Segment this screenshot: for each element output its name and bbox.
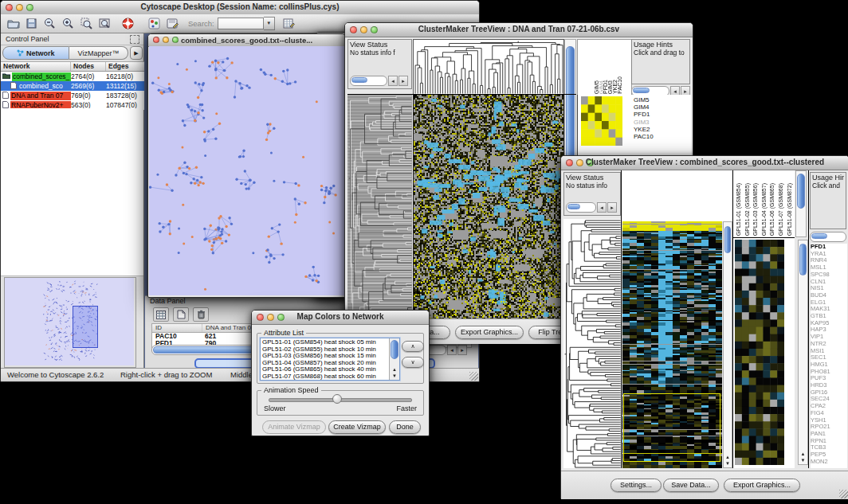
column-dendrogram-canvas[interactable]	[413, 39, 564, 95]
gene-label[interactable]: PUF3	[811, 375, 847, 382]
scrollbar-thumb[interactable]	[811, 233, 827, 239]
scrollbar-thumb[interactable]	[633, 88, 650, 93]
animate-vizmap-button[interactable]: Animate Vizmap	[262, 420, 326, 434]
network1-canvas[interactable]	[149, 46, 344, 295]
network-table-row[interactable]: combined_sco2569(6)13112(15)	[1, 81, 144, 91]
column-label[interactable]: GPL51-03 (GSM856)	[752, 183, 758, 236]
treeview1-titlebar[interactable]: ClusterMaker TreeView : DNA and Tran 07-…	[345, 23, 693, 37]
new-attribute-icon[interactable]	[173, 307, 189, 322]
network-table-row[interactable]: DNA and Tran 07769(0)183728(0)	[1, 91, 144, 100]
column-label[interactable]: PAC10	[617, 76, 622, 94]
save-data-button[interactable]: Save Data...	[663, 479, 719, 492]
gene-label[interactable]: NTR2	[811, 341, 847, 348]
column-label[interactable]: GPL51-02 (GSM855)	[744, 183, 750, 236]
listbox-vscrollbar[interactable]: ▲ ▼	[389, 338, 399, 380]
zoom-heatmap-canvas[interactable]	[735, 240, 784, 465]
move-up-button[interactable]: ∧	[402, 341, 424, 352]
tab-overflow-arrow[interactable]: ▶	[130, 46, 143, 60]
birdseye-view[interactable]	[4, 277, 136, 368]
export-graphics-button[interactable]: Export Graphics...	[455, 326, 524, 339]
network-table-row[interactable]: combined_scores_2764(0)16218(0)	[1, 72, 144, 81]
row-label[interactable]: GIM3	[634, 119, 681, 126]
zoom-out-icon[interactable]	[42, 16, 57, 31]
search-input[interactable]	[218, 18, 264, 29]
scrollbar-thumb[interactable]	[797, 174, 805, 209]
gene-label[interactable]: HAP3	[811, 326, 847, 334]
zoom-vscrollbar[interactable]: ▲ ▼	[798, 240, 808, 465]
attribute-list-item[interactable]: GPL51-07 (GSM868) heat shock 60 min	[262, 373, 389, 381]
help-lifebuoy-icon[interactable]	[120, 16, 135, 31]
labels-vscrollbar[interactable]	[795, 170, 807, 237]
gene-label[interactable]: BUD4	[811, 292, 847, 299]
create-vizmap-button[interactable]: Create Vizmap	[328, 420, 386, 434]
gene-label[interactable]: GTB1	[811, 313, 847, 320]
gene-label[interactable]: ELG1	[811, 299, 847, 307]
column-label[interactable]: GPL51-07 (GSM868)	[778, 183, 783, 236]
gene-label[interactable]: SEC24	[811, 396, 847, 403]
import-annotation-icon[interactable]	[165, 16, 180, 31]
move-down-button[interactable]: ∨	[402, 357, 424, 368]
row-dendrogram-canvas[interactable]	[563, 219, 621, 468]
scroll-down-arrow[interactable]: ▼	[799, 458, 807, 463]
mini-hscrollbar[interactable]	[810, 232, 846, 242]
global-heatmap-canvas[interactable]	[622, 221, 722, 468]
birdseye-canvas[interactable]	[5, 278, 134, 365]
scroll-up-arrow[interactable]: ▲	[799, 451, 807, 457]
mini-hscrollbar[interactable]: ◂ ▸	[350, 76, 408, 86]
gene-label[interactable]: CPA2	[811, 403, 847, 410]
scrollbar-thumb[interactable]	[799, 244, 807, 275]
scrollbar-thumb[interactable]	[566, 46, 575, 174]
gene-label[interactable]: NIS1	[811, 285, 847, 292]
zoom-selected-icon[interactable]	[79, 16, 94, 31]
settings-button[interactable]: Settings...	[610, 479, 662, 492]
gene-label[interactable]: RNR4	[811, 257, 847, 264]
scroll-up-arrow[interactable]: ▲	[390, 367, 399, 373]
gene-label[interactable]: SEC1	[811, 354, 847, 361]
network1-titlebar[interactable]: combined_scores_good.txt--cluste...	[148, 34, 345, 47]
gene-label[interactable]: RPN1	[811, 438, 847, 445]
row-label[interactable]: YKE2	[634, 126, 681, 133]
gene-label[interactable]: PHO81	[811, 369, 847, 376]
treeview2-titlebar[interactable]: ClusterMaker TreeView : combined_scores_…	[561, 156, 848, 170]
gene-label[interactable]: RPO21	[811, 424, 847, 431]
zoom-in-icon[interactable]	[61, 16, 76, 31]
scrollbar-thumb[interactable]	[391, 340, 398, 359]
gene-label[interactable]: GPI16	[811, 389, 847, 397]
scroll-left-arrow[interactable]: ◂	[597, 202, 607, 213]
gene-label[interactable]: VIP1	[811, 334, 847, 341]
scrollbar-track[interactable]	[350, 76, 387, 86]
row-label[interactable]: GIM5	[634, 96, 681, 104]
scroll-right-arrow[interactable]: ▸	[457, 345, 467, 355]
gene-label[interactable]: FIG4	[811, 410, 847, 417]
gene-label-list[interactable]: PFD1YRA1RNR4MSL1SPC98CLN1NIS1BUD4ELG1MAK…	[811, 244, 847, 468]
scroll-up-arrow[interactable]: ▲	[724, 455, 732, 460]
scrollbar-thumb[interactable]	[567, 204, 580, 209]
row-label[interactable]: PAC10	[634, 133, 681, 140]
gene-label[interactable]: PEP5	[811, 451, 847, 459]
scrollbar-thumb[interactable]	[351, 77, 367, 83]
gene-label[interactable]: PAN1	[811, 431, 847, 438]
gene-label[interactable]: YRA1	[811, 251, 847, 258]
column-label[interactable]: GPL51-06 (GSM865)	[769, 183, 775, 236]
scrollbar-thumb[interactable]	[724, 226, 731, 253]
delete-attribute-icon[interactable]	[193, 307, 209, 322]
save-icon[interactable]	[24, 16, 39, 31]
gene-label[interactable]: YSH1	[811, 417, 847, 424]
float-panel-icon[interactable]	[130, 35, 139, 44]
global-heatmap-canvas[interactable]	[413, 95, 564, 318]
column-label[interactable]: GPL51-04 (GSM857)	[761, 183, 767, 236]
main-titlebar[interactable]: Cytoscape Desktop (Session Name: collins…	[1, 1, 479, 15]
scroll-down-arrow[interactable]: ▼	[390, 373, 399, 379]
gene-label[interactable]: MAK31	[811, 306, 847, 313]
zoom-heatmap-canvas[interactable]	[581, 96, 622, 146]
row-label[interactable]: GIM4	[634, 104, 681, 111]
dialog-titlebar[interactable]: Map Colors to Network	[252, 311, 429, 325]
heatmap-vscrollbar[interactable]: ▲ ▼	[723, 221, 732, 468]
scroll-left-arrow[interactable]: ◂	[388, 76, 398, 86]
gene-label[interactable]: HMG1	[811, 361, 847, 369]
resize-grip[interactable]	[469, 372, 478, 381]
tab-vizmapper[interactable]: VizMapper™	[69, 46, 128, 60]
row-dendrogram-canvas[interactable]	[347, 95, 412, 318]
column-header-network[interactable]: Network	[1, 62, 71, 71]
column-label[interactable]: GPL51-08 (GSM872)	[787, 183, 792, 236]
